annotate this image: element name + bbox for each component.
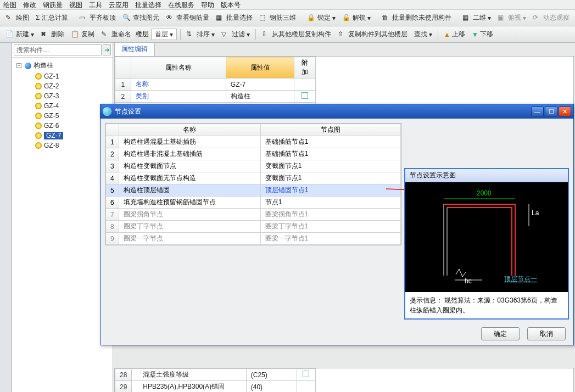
- tb-filter[interactable]: ▽过滤▾: [219, 29, 252, 40]
- node-row[interactable]: 6填充墙构造柱预留钢筋锚固节点节点1: [106, 197, 401, 209]
- eye-icon: 👁: [166, 14, 175, 23]
- tb-copy-from[interactable]: ⇩从其他楼层复制构件: [259, 29, 333, 40]
- prop-row[interactable]: 1名称GZ-7: [115, 79, 316, 91]
- menu-help[interactable]: 帮助: [201, 1, 214, 9]
- tab-strip: 属性编辑: [113, 43, 575, 56]
- node-row[interactable]: 2构造柱遇非混凝土基础插筋基础插筋节点1: [106, 148, 401, 160]
- tree-root-label: 构造柱: [34, 61, 53, 70]
- tb-rename[interactable]: ✎重命名: [99, 29, 133, 40]
- menu-edit[interactable]: 修改: [23, 1, 36, 9]
- tb-lock[interactable]: 🔒锁定▾: [305, 12, 338, 24]
- import-icon: ⇩: [261, 30, 270, 39]
- collapse-icon[interactable]: −: [16, 63, 21, 68]
- tb-batch-del[interactable]: 🗑批量删除未使用构件: [379, 12, 454, 24]
- tb-down[interactable]: ▼下移: [470, 29, 495, 40]
- tb-flat[interactable]: ▭平齐板顶: [77, 12, 118, 24]
- tree-item-label: GZ-5: [44, 112, 59, 120]
- tree-item-gz-1[interactable]: GZ-1: [13, 71, 111, 81]
- search-input[interactable]: [14, 44, 102, 55]
- cube-icon: ⬚: [259, 14, 268, 23]
- tree-item-label: GZ-4: [44, 102, 59, 110]
- cancel-button[interactable]: 取消: [527, 327, 566, 340]
- menu-cloud[interactable]: 云应用: [109, 1, 129, 9]
- preview-label: 顶层节点一: [504, 275, 537, 283]
- preview-la: La: [532, 209, 539, 217]
- prop-row[interactable]: 28混凝土强度等级(C25): [115, 369, 316, 381]
- node-row[interactable]: 4构造柱变截面无节点构造变截面节点1: [106, 172, 401, 184]
- tree-item-gz-7[interactable]: GZ-7: [13, 131, 111, 141]
- tb-up[interactable]: ▲上移: [442, 29, 467, 40]
- preview-hint: 提示信息： 规范算法：来源：03G363第6页，构造柱纵筋锚入圈梁内。: [405, 292, 568, 318]
- node-row[interactable]: 5构造柱顶层锚固顶层锚固节点1: [106, 184, 401, 197]
- tree-item-gz-6[interactable]: GZ-6: [13, 121, 111, 131]
- menu-draw[interactable]: 绘图: [3, 1, 16, 9]
- col-prop-extra: 附加: [294, 57, 316, 79]
- prop-row[interactable]: 29HPB235(A),HPB300(A)锚固(40): [115, 381, 316, 393]
- gear-icon: [35, 103, 42, 109]
- prop-row[interactable]: 2类别构造柱: [115, 91, 316, 103]
- menu-online[interactable]: 在线服务: [168, 1, 194, 9]
- node-row[interactable]: 3构造柱变截面节点变截面节点1: [106, 160, 401, 172]
- tb-side[interactable]: ▣俯视▾: [495, 12, 528, 24]
- tb-new[interactable]: 📄新建▾: [3, 29, 36, 40]
- orbit-icon: ⟳: [533, 14, 541, 23]
- tree-item-gz-2[interactable]: GZ-2: [13, 81, 111, 91]
- gear-icon: [35, 93, 42, 99]
- node-row[interactable]: 7圈梁拐角节点圈梁拐角节点1: [106, 209, 401, 221]
- tree-root[interactable]: − 构造柱: [13, 60, 111, 71]
- menu-view[interactable]: 视图: [69, 1, 82, 9]
- trash-icon: 🗑: [382, 14, 390, 23]
- tree-item-gz-5[interactable]: GZ-5: [13, 111, 111, 121]
- tb-copy-to[interactable]: ⇧复制构件到其他楼层: [336, 29, 410, 40]
- tree-item-label: GZ-7: [44, 132, 63, 139]
- gear-icon: [35, 132, 42, 139]
- tree-item-gz-3[interactable]: GZ-3: [13, 91, 111, 101]
- floor-select[interactable]: 首层 ▾: [151, 29, 177, 40]
- lock-icon: 🔒: [307, 14, 316, 23]
- tb-rebar3d[interactable]: ⬚钢筋三维: [257, 12, 298, 24]
- menu-rebar[interactable]: 钢筋量: [43, 1, 63, 9]
- tb-sort[interactable]: ⇅排序▾: [184, 29, 217, 40]
- tb-2d[interactable]: ▦二维▾: [460, 12, 493, 24]
- col-node-name: 名称: [119, 124, 260, 136]
- new-icon: 📄: [5, 30, 14, 39]
- component-tree-panel: ➜ − 构造柱 GZ-1GZ-2GZ-3GZ-4GZ-5GZ-6GZ-7GZ-8: [12, 43, 113, 392]
- tb-del[interactable]: ✖删除: [38, 29, 66, 40]
- up-icon: ▲: [444, 31, 450, 38]
- tb-sum[interactable]: Σ 汇总计算: [34, 12, 70, 24]
- tree-item-gz-8[interactable]: GZ-8: [13, 141, 111, 150]
- tb-find[interactable]: 查找▾: [412, 29, 434, 40]
- checkbox[interactable]: [303, 371, 309, 377]
- node-row[interactable]: 8圈梁丁字节点圈梁丁字节点1: [106, 221, 401, 233]
- search-go-button[interactable]: ➜: [103, 44, 111, 55]
- ok-button[interactable]: 确定: [481, 327, 520, 340]
- minimize-button[interactable]: —: [531, 107, 544, 116]
- close-button[interactable]: ✕: [559, 107, 571, 116]
- grid-icon: ▦: [462, 14, 471, 23]
- tb-copy[interactable]: 📋复制: [69, 29, 97, 40]
- dialog-titlebar[interactable]: 节点设置 — ☐ ✕: [101, 104, 573, 119]
- copy-icon: 📋: [71, 30, 80, 39]
- menu-version[interactable]: 版本号: [221, 1, 241, 9]
- pencil-icon: ✎: [5, 14, 14, 23]
- floor-label: 楼层: [136, 30, 149, 39]
- tree-item-label: GZ-6: [44, 122, 59, 130]
- maximize-button[interactable]: ☐: [545, 107, 557, 116]
- dialog-title: 节点设置: [115, 107, 141, 116]
- menu-tools[interactable]: 工具: [89, 1, 102, 9]
- tb-find-gy[interactable]: 🔍查找图元: [120, 12, 161, 24]
- node-row[interactable]: 9圈梁一字节点圈梁一字节点1: [106, 233, 401, 245]
- tb-unlock[interactable]: 🔓解锁▾: [340, 12, 373, 24]
- tb-batch-sel[interactable]: ▦批量选择: [214, 12, 255, 24]
- preview-panel: 节点设置示意图 2000 hc 顶层节点一 La: [404, 168, 569, 320]
- tb-view-rebar[interactable]: 👁查看钢筋量: [164, 12, 211, 24]
- search-icon: 🔍: [122, 14, 131, 23]
- tree-item-gz-4[interactable]: GZ-4: [13, 101, 111, 111]
- node-row[interactable]: 1构造柱遇混凝土基础插筋基础插筋节点1: [106, 136, 401, 148]
- tab-attribute-edit[interactable]: 属性编辑: [114, 42, 155, 56]
- menu-batchsel[interactable]: 批量选择: [135, 1, 161, 9]
- tree-item-label: GZ-1: [44, 72, 59, 80]
- checkbox[interactable]: [302, 92, 308, 99]
- tb-dyn[interactable]: ⟳动态观察: [531, 12, 572, 24]
- tb-draw[interactable]: ✎绘图: [3, 12, 31, 24]
